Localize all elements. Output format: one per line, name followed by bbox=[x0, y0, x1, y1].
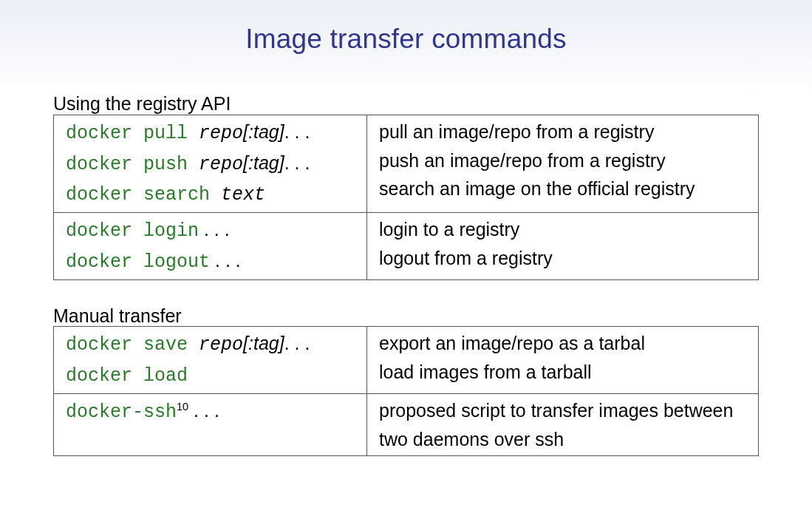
cmd-keyword: docker search bbox=[66, 184, 210, 206]
cmd-keyword: docker pull bbox=[66, 123, 188, 144]
cmd-suffix: [:tag] bbox=[243, 121, 284, 142]
section-heading-manual: Manual transfer bbox=[53, 305, 759, 327]
cmd-keyword: docker load bbox=[66, 365, 188, 387]
cmd-desc: pull an image/repo from a registry bbox=[379, 121, 654, 142]
cmd-tail: . . . bbox=[284, 152, 310, 173]
table-row: docker-ssh10 . . . proposed script to tr… bbox=[54, 393, 759, 456]
slide: Image transfer commands Using the regist… bbox=[0, 0, 812, 519]
cmd-keyword: docker push bbox=[66, 154, 188, 175]
slide-title: Image transfer commands bbox=[53, 18, 759, 55]
cmd-arg: repo bbox=[188, 123, 243, 144]
table-manual: docker save repo[:tag]. . . docker load … bbox=[53, 326, 759, 456]
cmd-desc: login to a registry bbox=[379, 219, 519, 240]
cmd-tail: . . . bbox=[199, 219, 230, 240]
cmd-tail: . . . bbox=[284, 333, 310, 353]
cmd-desc: export an image/repo as a tarbal bbox=[379, 333, 645, 353]
cmd-tail: . . . bbox=[188, 400, 219, 421]
cmd-desc: proposed script to transfer images betwe… bbox=[379, 400, 733, 450]
cmd-desc: logout from a registry bbox=[379, 248, 553, 268]
cmd-keyword: docker logout bbox=[66, 251, 210, 273]
cmd-desc: load images from a tarball bbox=[379, 362, 592, 382]
cmd-tail: . . . bbox=[284, 121, 310, 142]
cmd-suffix: [:tag] bbox=[243, 333, 284, 353]
cmd-keyword: docker save bbox=[66, 334, 188, 356]
cmd-desc: search an image on the official registry bbox=[379, 178, 695, 199]
cmd-arg: repo bbox=[188, 154, 243, 175]
cmd-keyword: docker-ssh bbox=[66, 401, 177, 423]
cmd-arg: repo bbox=[188, 334, 243, 356]
cmd-keyword: docker login bbox=[66, 220, 199, 242]
cmd-tail: . . . bbox=[210, 250, 241, 271]
footnote-ref: 10 bbox=[177, 400, 188, 412]
cmd-suffix: [:tag] bbox=[243, 152, 284, 173]
cmd-desc: push an image/repo from a registry bbox=[379, 150, 666, 171]
section-heading-registry: Using the registry API bbox=[53, 93, 759, 115]
table-registry: docker pull repo[:tag]. . . docker push … bbox=[53, 115, 759, 280]
cmd-arg: text bbox=[210, 184, 265, 206]
